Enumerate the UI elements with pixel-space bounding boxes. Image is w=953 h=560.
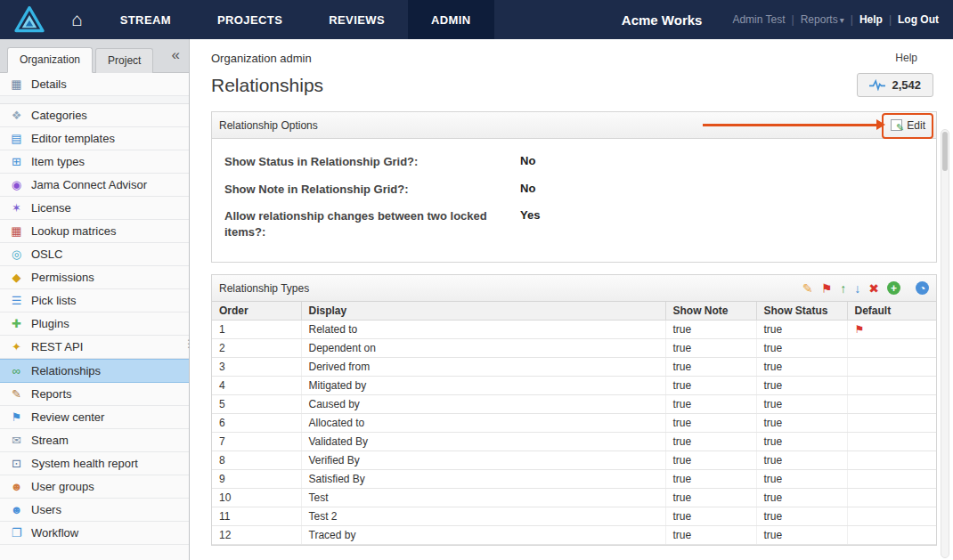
home-icon[interactable]: ⌂ xyxy=(57,0,97,39)
cell-show-note: true xyxy=(665,395,756,414)
cell-default xyxy=(847,433,936,451)
add-plus-icon[interactable]: + xyxy=(887,281,900,295)
scrollbar-thumb[interactable] xyxy=(942,132,948,171)
sidebar-item-categories[interactable]: ❖Categories xyxy=(0,104,189,127)
table-row[interactable]: 4Mitigated bytruetrue xyxy=(212,377,936,395)
cell-display: Satisfied By xyxy=(301,470,665,489)
sidebar-item-workflow[interactable]: ❐Workflow xyxy=(0,522,189,545)
table-row[interactable]: 9Satisfied Bytruetrue xyxy=(212,470,936,489)
sidebar-item-label: Users xyxy=(31,503,61,516)
globe-help-icon[interactable]: ◔ xyxy=(916,281,929,295)
table-row[interactable]: 6Allocated totruetrue xyxy=(212,414,936,433)
nav-item-stream[interactable]: STREAM xyxy=(97,0,194,39)
sidebar-item-label: Workflow xyxy=(31,526,78,540)
cell-order: 12 xyxy=(212,526,301,545)
cell-default xyxy=(847,395,936,414)
sidebar-item-label: Pick lists xyxy=(31,294,77,307)
table-row[interactable]: 10Testtruetrue xyxy=(212,489,936,507)
column-header-order[interactable]: Order xyxy=(212,302,301,321)
table-row[interactable]: 1Related totruetrue⚑ xyxy=(212,321,936,339)
matrix-icon: ▦ xyxy=(9,225,24,237)
sidebar-item-system-health-report[interactable]: ⊡System health report xyxy=(0,452,189,475)
table-row[interactable]: 2Dependent ontruetrue xyxy=(212,339,936,358)
table-row[interactable]: 8Verified Bytruetrue xyxy=(212,451,936,470)
cell-show-status: true xyxy=(756,395,847,414)
sidebar-item-reports[interactable]: ✎Reports xyxy=(0,383,189,406)
move-down-arrow-icon[interactable]: ↓ xyxy=(854,282,860,295)
table-row[interactable]: 12Traced bytruetrue xyxy=(212,526,936,545)
cell-show-status: true xyxy=(756,526,847,545)
sidebar-item-relationships[interactable]: ∞Relationships xyxy=(0,359,189,383)
cell-show-note: true xyxy=(665,321,756,339)
content-area: Relationship Options ✎ Edit Show Status … xyxy=(190,97,953,560)
nav-item-reviews[interactable]: REVIEWS xyxy=(305,0,408,39)
sidebar-item-lookup-matrices[interactable]: ▦Lookup matrices xyxy=(0,220,189,243)
sidebar-item-jama-connect-advisor[interactable]: ◉Jama Connect Advisor xyxy=(0,174,189,197)
jama-logo[interactable] xyxy=(0,0,57,39)
sidebar-item-pick-lists[interactable]: ☰Pick lists xyxy=(0,289,189,312)
sidebar-item-label: Jama Connect Advisor xyxy=(31,178,147,191)
sidebar-resize-handle[interactable]: ⋮ xyxy=(183,342,194,345)
sidebar-item-label: User groups xyxy=(31,480,94,493)
table-row[interactable]: 3Derived fromtruetrue xyxy=(212,358,936,377)
table-row[interactable]: 5Caused bytruetrue xyxy=(212,395,936,414)
edit-button[interactable]: ✎ Edit xyxy=(887,118,929,134)
sidebar-item-license[interactable]: ✶License xyxy=(0,197,189,220)
current-user[interactable]: Admin Test xyxy=(732,13,785,26)
sidebar-item-review-center[interactable]: ⚑Review center xyxy=(0,406,189,429)
jama-logo-graphic xyxy=(14,6,45,33)
types-toolbar: ✎⚑↑↓✖+◔ xyxy=(802,281,929,295)
sidebar-item-user-groups[interactable]: ☻User groups xyxy=(0,475,189,499)
relationship-types-table: OrderDisplayShow NoteShow StatusDefault … xyxy=(212,302,936,545)
cell-show-note: true xyxy=(665,470,756,489)
cell-show-note: true xyxy=(665,339,756,358)
column-header-display[interactable]: Display xyxy=(301,302,665,321)
nav-item-projects[interactable]: PROJECTS xyxy=(194,0,305,39)
sidebar-item-label: Review center xyxy=(31,410,104,424)
admin-sidebar: OrganizationProject« ▦Details❖Categories… xyxy=(0,39,190,560)
sidebar-item-oslc[interactable]: ◎OSLC xyxy=(0,243,189,266)
sidebar-item-stream[interactable]: ✉Stream xyxy=(0,429,189,452)
sidebar-item-editor-templates[interactable]: ▤Editor templates xyxy=(0,127,189,150)
table-row[interactable]: 11Test 2truetrue xyxy=(212,507,936,526)
column-header-show-status[interactable]: Show Status xyxy=(756,302,847,321)
cell-display: Mitigated by xyxy=(301,377,665,395)
column-header-default[interactable]: Default xyxy=(847,302,936,321)
nav-item-admin[interactable]: ADMIN xyxy=(408,0,494,39)
shield-icon: ◆ xyxy=(9,272,24,283)
edit-pencil-icon[interactable]: ✎ xyxy=(802,282,813,295)
tab-project[interactable]: Project xyxy=(95,48,153,73)
sidebar-item-label: Categories xyxy=(31,109,87,122)
help-link[interactable]: Help xyxy=(895,52,917,65)
sidebar-item-details[interactable]: ▦Details xyxy=(0,73,189,96)
pulse-icon xyxy=(869,79,885,91)
move-up-arrow-icon[interactable]: ↑ xyxy=(840,282,846,295)
delete-x-icon[interactable]: ✖ xyxy=(868,282,879,295)
logout-link[interactable]: Log Out xyxy=(898,13,939,26)
sidebar-item-rest-api[interactable]: ✦REST API xyxy=(0,336,189,359)
navbar-right: Acme Works Admin Test | Reports▾ | Help … xyxy=(622,0,953,39)
tab-organization[interactable]: Organization xyxy=(7,47,93,73)
column-header-show-note[interactable]: Show Note xyxy=(665,302,756,321)
sidebar-item-plugins[interactable]: ✚Plugins xyxy=(0,312,189,336)
table-row[interactable]: 7Validated Bytruetrue xyxy=(212,433,936,451)
sidebar-item-users[interactable]: ☻Users xyxy=(0,499,189,522)
sidebar-item-label: REST API xyxy=(31,340,83,353)
option-field: Show Note in Relationship Grid?:No xyxy=(224,182,924,198)
sidebar-group-divider xyxy=(0,96,189,104)
cell-display: Related to xyxy=(301,321,665,339)
sidebar-item-item-types[interactable]: ⊞Item types xyxy=(0,150,189,174)
reports-menu[interactable]: Reports▾ xyxy=(801,13,844,26)
separator: | xyxy=(889,13,892,26)
sidebar-item-permissions[interactable]: ◆Permissions xyxy=(0,266,189,289)
help-link-top[interactable]: Help xyxy=(859,13,883,26)
cell-order: 8 xyxy=(212,451,301,470)
default-flag-icon[interactable]: ⚑ xyxy=(821,282,833,295)
vertical-scrollbar[interactable] xyxy=(941,129,949,558)
collapse-sidebar-icon[interactable]: « xyxy=(172,46,180,64)
cell-default xyxy=(847,526,936,545)
sidebar-item-label: System health report xyxy=(31,457,138,470)
cell-show-status: true xyxy=(756,414,847,433)
activity-count-badge[interactable]: 2,542 xyxy=(857,73,933,97)
sidebar-item-label: License xyxy=(31,201,71,215)
